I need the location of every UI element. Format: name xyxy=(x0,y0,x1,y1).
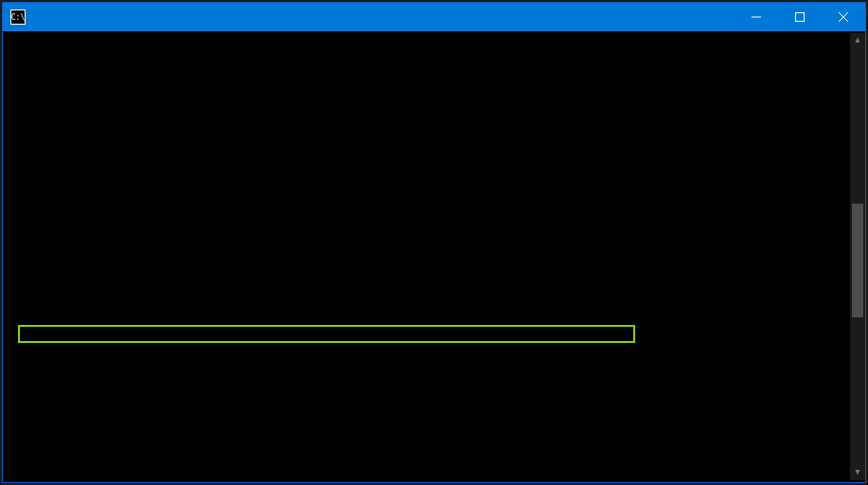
cmd-icon: C:\ xyxy=(10,9,26,25)
svg-rect-1 xyxy=(796,13,805,22)
titlebar[interactable]: C:\ xyxy=(3,3,865,31)
scroll-down-arrow-icon[interactable]: ▼ xyxy=(850,465,865,480)
minimize-icon xyxy=(752,12,761,22)
scrollbar-thumb[interactable] xyxy=(852,204,863,317)
maximize-icon xyxy=(795,12,805,22)
scroll-up-arrow-icon[interactable]: ▲ xyxy=(850,33,865,48)
maximize-button[interactable] xyxy=(778,3,822,31)
close-button[interactable] xyxy=(822,3,865,31)
command-prompt-window: C:\ ▲ ▼ xyxy=(2,2,866,483)
console-area[interactable]: ▲ ▼ xyxy=(3,31,865,482)
vertical-scrollbar[interactable]: ▲ ▼ xyxy=(850,33,865,480)
minimize-button[interactable] xyxy=(735,3,778,31)
console-text xyxy=(9,33,850,480)
close-icon xyxy=(839,12,848,22)
